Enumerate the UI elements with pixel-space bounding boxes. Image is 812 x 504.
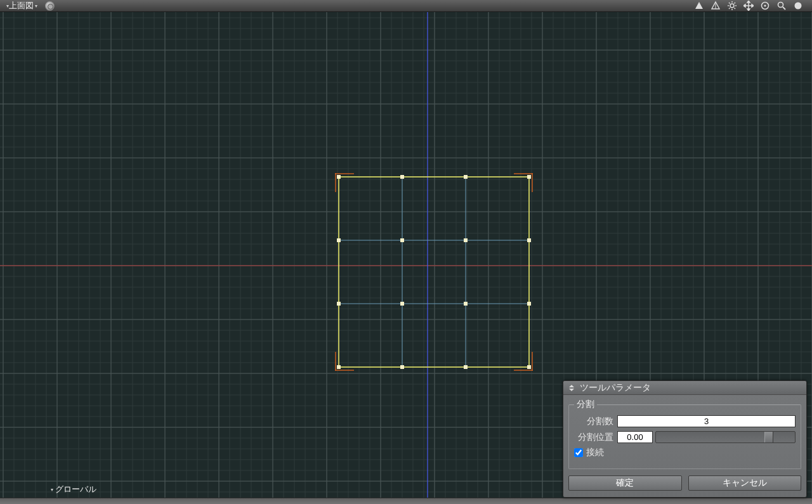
svg-rect-199 [527,302,531,306]
svg-rect-187 [337,302,341,306]
dropdown-triangle-icon: ▾ [51,487,53,493]
svg-line-21 [783,7,785,10]
svg-rect-190 [400,238,404,242]
svg-marker-0 [695,2,703,9]
space-label: グローバル [55,484,96,495]
cancel-button[interactable]: キャンセル [688,475,802,491]
orbit-icon[interactable] [760,1,770,11]
connect-label: 接続 [586,447,604,458]
zoom-icon[interactable] [776,1,787,11]
svg-marker-203 [569,385,574,387]
coordinate-space-menu[interactable]: ▾ グローバル [51,484,96,495]
pan-icon[interactable] [743,1,754,11]
svg-point-19 [764,4,766,6]
svg-marker-16 [743,4,745,7]
svg-rect-189 [400,175,404,179]
svg-rect-191 [400,302,404,306]
svg-rect-192 [400,365,404,369]
svg-rect-185 [337,175,341,179]
divisions-input[interactable] [617,415,796,427]
svg-rect-180 [339,177,529,367]
position-label: 分割位置 [574,432,613,443]
group-label: 分割 [574,399,597,410]
tool-parameter-panel: ツールパラメータ 分割 分割数 分割位置 接続 [563,380,807,498]
connect-checkbox[interactable] [574,448,583,457]
divisions-label: 分割数 [574,416,613,427]
collapse-icon[interactable] [567,384,576,392]
record-icon[interactable] [45,1,55,11]
dropdown-triangle-icon: ▾ [35,3,37,9]
svg-line-11 [735,3,736,4]
slider-thumb[interactable] [764,432,773,443]
svg-marker-14 [747,1,750,3]
svg-rect-195 [464,302,468,306]
svg-point-3 [730,4,734,8]
status-bar [0,498,812,504]
shade-solid-icon[interactable] [694,1,704,11]
svg-rect-188 [337,365,341,369]
shade-wire-icon[interactable] [710,1,721,11]
svg-line-9 [735,8,736,10]
svg-line-8 [729,3,730,4]
viewport-menu[interactable]: ▾ 上面図 ▾ [5,0,37,11]
svg-rect-186 [337,238,341,242]
maximize-icon[interactable] [793,1,803,11]
ok-button[interactable]: 確定 [568,475,682,491]
svg-rect-197 [527,175,531,179]
svg-rect-200 [527,365,531,369]
svg-point-20 [778,3,783,8]
svg-rect-194 [464,238,468,242]
svg-rect-198 [527,238,531,242]
view-label: 上面図 [9,0,34,11]
svg-marker-15 [747,9,750,11]
top-toolbar: ▾ 上面図 ▾ [0,0,812,12]
svg-rect-193 [464,175,468,179]
svg-marker-204 [569,389,574,391]
panel-titlebar[interactable]: ツールパラメータ [563,381,806,395]
divide-group: 分割 分割数 分割位置 接続 [568,399,801,469]
svg-marker-17 [752,4,754,7]
position-input[interactable] [617,431,653,443]
gear-icon[interactable] [727,1,737,11]
svg-line-10 [729,8,730,10]
svg-rect-196 [464,365,468,369]
connect-checkbox-row[interactable]: 接続 [574,447,792,458]
panel-title: ツールパラメータ [580,382,651,394]
position-slider[interactable] [655,431,796,443]
svg-point-22 [795,3,802,10]
